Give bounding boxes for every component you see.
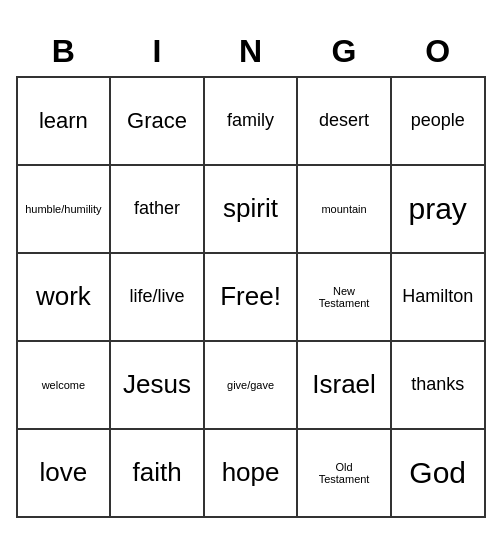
cell-text: Israel bbox=[298, 342, 390, 428]
cell-text: learn bbox=[18, 78, 110, 164]
bingo-cell: Jesus bbox=[110, 341, 204, 429]
bingo-header-letter: O bbox=[391, 27, 485, 77]
bingo-cell: life/live bbox=[110, 253, 204, 341]
bingo-cell: family bbox=[204, 77, 297, 165]
bingo-card: BINGO learnGracefamilydesertpeoplehumble… bbox=[16, 27, 486, 518]
bingo-row: learnGracefamilydesertpeople bbox=[17, 77, 485, 165]
cell-text: people bbox=[392, 78, 484, 164]
bingo-cell: OldTestament bbox=[297, 429, 391, 517]
cell-text: Free! bbox=[205, 254, 296, 340]
bingo-header-letter: B bbox=[17, 27, 111, 77]
bingo-cell: Hamilton bbox=[391, 253, 485, 341]
bingo-cell: faith bbox=[110, 429, 204, 517]
cell-text: Grace bbox=[111, 78, 203, 164]
bingo-header-letter: G bbox=[297, 27, 391, 77]
cell-text: humble/humility bbox=[18, 166, 110, 252]
bingo-cell: spirit bbox=[204, 165, 297, 253]
cell-text: give/gave bbox=[205, 342, 296, 428]
bingo-cell: NewTestament bbox=[297, 253, 391, 341]
bingo-row: welcomeJesusgive/gaveIsraelthanks bbox=[17, 341, 485, 429]
bingo-cell: hope bbox=[204, 429, 297, 517]
bingo-header-letter: I bbox=[110, 27, 204, 77]
bingo-cell: work bbox=[17, 253, 111, 341]
bingo-cell: Israel bbox=[297, 341, 391, 429]
cell-text: spirit bbox=[205, 166, 296, 252]
cell-text: family bbox=[205, 78, 296, 164]
cell-text: NewTestament bbox=[298, 254, 390, 340]
bingo-cell: love bbox=[17, 429, 111, 517]
cell-text: father bbox=[111, 166, 203, 252]
bingo-cell: thanks bbox=[391, 341, 485, 429]
cell-text: God bbox=[392, 430, 484, 516]
bingo-cell: learn bbox=[17, 77, 111, 165]
bingo-cell: give/gave bbox=[204, 341, 297, 429]
cell-text: thanks bbox=[392, 342, 484, 428]
bingo-cell: Free! bbox=[204, 253, 297, 341]
bingo-row: worklife/liveFree!NewTestamentHamilton bbox=[17, 253, 485, 341]
bingo-cell: welcome bbox=[17, 341, 111, 429]
cell-text: desert bbox=[298, 78, 390, 164]
bingo-row: humble/humilityfatherspiritmountainpray bbox=[17, 165, 485, 253]
bingo-cell: people bbox=[391, 77, 485, 165]
cell-text: mountain bbox=[298, 166, 390, 252]
bingo-row: lovefaithhopeOldTestamentGod bbox=[17, 429, 485, 517]
cell-text: Jesus bbox=[111, 342, 203, 428]
bingo-cell: Grace bbox=[110, 77, 204, 165]
cell-text: love bbox=[18, 430, 110, 516]
bingo-cell: humble/humility bbox=[17, 165, 111, 253]
cell-text: work bbox=[18, 254, 110, 340]
bingo-cell: God bbox=[391, 429, 485, 517]
cell-text: Hamilton bbox=[392, 254, 484, 340]
cell-text: pray bbox=[392, 166, 484, 252]
bingo-cell: mountain bbox=[297, 165, 391, 253]
cell-text: OldTestament bbox=[298, 430, 390, 516]
cell-text: hope bbox=[205, 430, 296, 516]
bingo-cell: father bbox=[110, 165, 204, 253]
cell-text: welcome bbox=[18, 342, 110, 428]
cell-text: faith bbox=[111, 430, 203, 516]
bingo-header-letter: N bbox=[204, 27, 297, 77]
bingo-cell: desert bbox=[297, 77, 391, 165]
cell-text: life/live bbox=[111, 254, 203, 340]
bingo-cell: pray bbox=[391, 165, 485, 253]
